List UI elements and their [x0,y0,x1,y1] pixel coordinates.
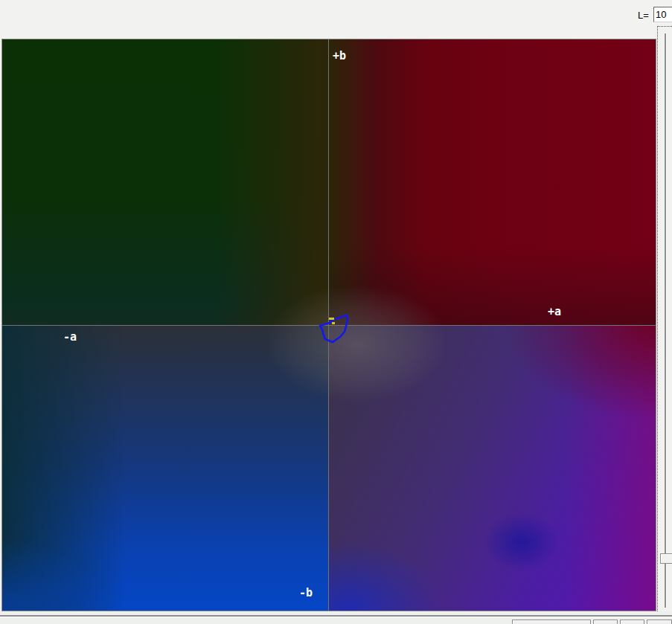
bottom-wide-button[interactable] [512,620,591,624]
axis-label-minus-a: -a [63,330,77,344]
bottom-divider [0,615,672,617]
bottom-button-1[interactable] [593,620,618,624]
l-value-input[interactable] [653,7,672,22]
axis-label-plus-a: +a [548,305,561,318]
lightness-slider[interactable] [657,26,672,617]
axis-label-plus-b: +b [333,49,346,62]
l-label: L= [638,10,649,21]
bottom-button-2[interactable] [620,620,644,624]
sample-marker [329,318,334,320]
neutral-center-haze [231,262,484,425]
bottom-button-3[interactable] [647,620,672,624]
lightness-slider-thumb[interactable] [660,553,672,564]
sample-marker [332,322,335,324]
axis-label-minus-b: -b [299,586,313,599]
gamut-outline-graphic [316,310,352,346]
lightness-slider-track[interactable] [665,33,667,608]
